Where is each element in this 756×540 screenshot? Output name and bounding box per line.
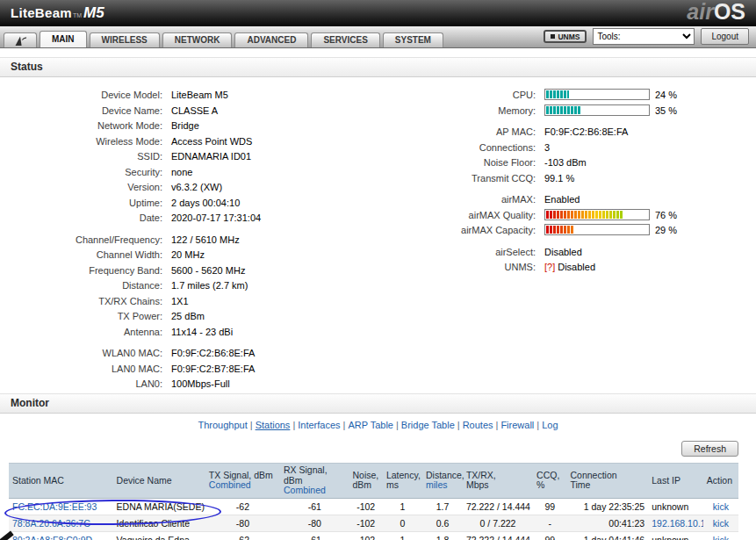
status-field-label: TX Power: (0, 309, 162, 325)
tools-select[interactable]: Tools: (593, 28, 695, 45)
status-row: CPU:24 % (402, 88, 677, 104)
status-field-value: 76 % (536, 210, 677, 220)
status-field-value: none (162, 167, 192, 177)
distance: 1.8 (422, 531, 463, 540)
airos-app: LiteBeamTMM5 airOS MAINWIRELESSNETWORKAD… (0, 0, 756, 540)
status-field-label: airSelect: (402, 245, 536, 261)
monitor-link-bridge-table[interactable]: Bridge Table (401, 420, 455, 430)
station-mac-link[interactable]: FC:EC:DA:9E:EE:93 (12, 501, 97, 512)
column-header-line2: Mbps (466, 480, 529, 491)
last-ip: unknown (648, 531, 703, 540)
tab-services[interactable]: SERVICES (311, 32, 379, 47)
brand-model: M5 (83, 4, 104, 22)
status-row: Version:v6.3.2 (XW) (0, 180, 261, 196)
status-field-label: Uptime: (0, 196, 162, 212)
status-value-text: 29 % (655, 225, 677, 235)
tab-network[interactable]: NETWORK (162, 32, 233, 47)
status-field-value: 99.1 % (536, 173, 574, 184)
unms-button[interactable]: UNMS (544, 30, 587, 43)
monitor-link-stations[interactable]: Stations (256, 420, 291, 430)
status-row: LAN0:100Mbps-Full (0, 377, 261, 392)
station-row: 80:2A:A8:F8:C0:9DVaqueiro da Edna-62-61-… (9, 531, 738, 540)
status-value-text: 1X1 (171, 296, 189, 306)
stations-table: Station MACDevice NameTX Signal, dBmComb… (9, 463, 738, 540)
kick-link[interactable]: kick (713, 501, 729, 512)
status-field-value: 25 dBm (162, 311, 205, 321)
tab-wireless[interactable]: WIRELESS (90, 32, 160, 47)
status-row: Connections:3 (402, 140, 677, 156)
status-row: UNMS:[?]Disabled (402, 260, 677, 276)
airos-logo-os: OS (714, 0, 745, 24)
unms-help-link[interactable]: [?] (544, 262, 555, 272)
airos-logo-air: air (687, 0, 714, 24)
status-field-label: Frequency Band: (0, 263, 162, 279)
status-field-label: Date: (0, 211, 162, 227)
tab-system[interactable]: SYSTEM (383, 32, 443, 47)
refresh-row: Refresh (0, 432, 756, 461)
status-title: Status (11, 61, 43, 73)
rx-signal: -61 (280, 498, 349, 515)
column-header-link[interactable]: Combined (284, 486, 346, 496)
station-mac-link[interactable]: 80:2A:A8:F8:C0:9D (12, 535, 92, 540)
column-header-link[interactable]: Combined (209, 480, 277, 491)
last-ip[interactable]: 192.168.10.1 (652, 518, 703, 529)
rx-signal: -80 (280, 515, 349, 531)
status-value-text: F0:9F:C2:B6:8E:FA (544, 126, 628, 137)
kick-link-cell: kick (703, 515, 738, 531)
status-field-value: 2 days 00:04:10 (162, 198, 240, 208)
status-value-text: 1.7 miles (2.7 km) (171, 280, 248, 291)
refresh-button[interactable]: Refresh (681, 441, 738, 457)
airmax-progress-bar (544, 209, 650, 220)
tx-signal: -62 (205, 531, 280, 540)
status-row: Wireless Mode:Access Point WDS (0, 134, 261, 150)
kick-link[interactable]: kick (713, 535, 729, 540)
status-field-label: airMAX Quality: (402, 208, 536, 224)
status-group: CPU:24 %Memory:35 % (402, 88, 677, 119)
connection-time: 00:41:23 (567, 515, 649, 531)
status-value-text: Disabled (544, 247, 582, 257)
kick-link-cell: kick (703, 498, 738, 515)
status-field-label: Connections: (402, 140, 536, 156)
status-field-label: Device Model: (0, 88, 162, 104)
status-field-label: Device Name: (0, 104, 162, 119)
monitor-link-arp-table[interactable]: ARP Table (348, 420, 393, 430)
kick-link[interactable]: kick (713, 518, 729, 529)
status-field-value: 11x14 - 23 dBi (162, 327, 233, 337)
monitor-link-interfaces[interactable]: Interfaces (298, 420, 340, 430)
connection-time: 1 day 22:35:25 (567, 498, 649, 515)
tab-antenna-home[interactable] (4, 32, 37, 47)
status-field-label: Noise Floor: (402, 155, 536, 171)
distance: 0.6 (422, 515, 463, 531)
status-value-text: CLASSE A (171, 105, 218, 116)
status-value-text: 100Mbps-Full (171, 378, 230, 389)
status-row: airMAX Quality:76 % (402, 208, 677, 224)
status-row: TX Power:25 dBm (0, 309, 261, 325)
latency: 1 (383, 531, 422, 540)
link-separator: | (290, 420, 298, 430)
monitor-link-firewall[interactable]: Firewall (500, 420, 534, 430)
status-field-label: Memory: (402, 104, 536, 119)
status-group: airSelect:DisabledUNMS:[?]Disabled (402, 245, 677, 276)
status-field-label: Antenna: (0, 325, 162, 341)
rx-signal: -61 (280, 531, 349, 540)
noise-floor: -102 (349, 531, 383, 540)
column-header-noise: Noise,dBm (349, 464, 383, 499)
tab-advanced[interactable]: ADVANCED (234, 32, 308, 47)
litebeam-logo: LiteBeamTMM5 (11, 4, 104, 22)
status-value-text: 24 % (655, 90, 677, 100)
column-header-link[interactable]: miles (426, 480, 459, 491)
station-mac-link[interactable]: 78:8A:20:6A:36:7C (12, 518, 90, 529)
airos-logo: airOS (687, 0, 745, 27)
tab-main[interactable]: MAIN (40, 31, 87, 47)
monitor-link-log[interactable]: Log (542, 420, 558, 430)
logout-button[interactable]: Logout (701, 28, 749, 45)
status-row: Date:2020-07-17 17:31:04 (0, 211, 261, 227)
status-row: Channel Width:20 MHz (0, 248, 261, 263)
tx-signal: -80 (205, 515, 280, 531)
column-header-tx-signal-dbm: TX Signal, dBmCombined (205, 464, 280, 499)
device-name: Identificao Cliente (113, 515, 205, 531)
status-value-text: -103 dBm (544, 157, 587, 168)
monitor-link-routes[interactable]: Routes (463, 420, 493, 430)
monitor-link-throughput[interactable]: Throughput (198, 420, 248, 430)
status-field-label: Wireless Mode: (0, 134, 162, 150)
